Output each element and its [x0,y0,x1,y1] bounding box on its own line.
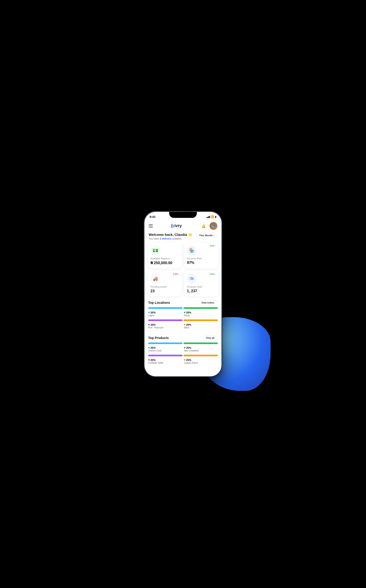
signal-icon [206,216,210,218]
product-item-foldable: 25% Foldable Table [148,359,182,364]
product-labels-row-2: 25% Foldable Table 25% Laptop Stand [148,359,218,364]
oraimo-bar [148,342,183,344]
product-item-nike: 25% Nike Sneakers [184,346,218,352]
location-item-portharcourt: 25% Port - Harcourt [148,323,182,329]
nike-name: Nike Sneakers [184,350,218,352]
location-bars-row-1 [148,307,218,309]
products-sold-badge: 3.3% ↑ [209,273,216,275]
locations-section: 25% Lagos 25% Abuja [145,307,221,334]
nike-bar [183,342,218,344]
top-locations-title: Top Locations [148,301,170,305]
delivery-link[interactable]: 2 delivery [160,237,172,240]
products-sold-label: Products Sold [187,285,215,288]
location-bars-row-2 [148,320,218,321]
logo-text: ivry [175,223,182,228]
view-all-button[interactable]: View all [202,335,218,341]
balance-label: Available Balance [151,257,179,260]
location-labels-row-2: 25% Port - Harcourt 25% Warri [148,323,218,329]
top-products-header: Top Products View all [145,334,221,342]
product-item-oraimo: 25% Oraimo Cord [148,346,182,352]
top-products-title: Top Products [148,336,169,340]
pending-badge: 2.4% ↓ [173,273,180,275]
laptop-bar [183,355,218,356]
success-rate-icon-wrap: 🏪 [187,246,197,255]
status-time: 9:41 [150,215,156,219]
product-item-laptop: 25% Laptop Stand [184,359,218,364]
oraimo-name: Oraimo Cord [148,350,182,352]
laptop-name: Laptop Stand [184,362,218,364]
product-bars-row-2 [148,355,218,356]
menu-line-3 [149,227,153,228]
products-sold-icon-wrap: 🛍 [187,274,197,283]
bag-icon: 🛍 [190,276,194,281]
stat-card-pending: 2.4% ↓ 🚚 Pending orders 23 [148,271,182,296]
welcome-left: Welcome back, Claudia 🌟 You have 2 deliv… [149,233,192,240]
portharcourt-dot [148,324,150,325]
pending-value: 23 [151,289,179,293]
balance-value: ₦ 250,000.00 [151,261,179,265]
view-orders-button[interactable]: View orders [198,300,218,305]
app-header: b ivry 🔔 🧢 [145,220,221,231]
location-item-abuja: 25% Abuja [184,311,218,317]
oraimo-dot [148,347,150,349]
balance-icon-wrap: 💵 [151,246,160,255]
nike-dot [184,347,185,349]
header-actions: 🔔 🧢 [200,222,217,230]
stat-card-products-sold: 3.3% ↑ 🛍 Products Sold 1, 237 [184,271,218,296]
lagos-name: Lagos [148,314,182,317]
app-logo: b ivry [171,223,182,229]
notification-button[interactable]: 🔔 [200,222,208,230]
phone-device: 9:41 📶 ▮ [144,211,222,377]
welcome-title: Welcome back, Claudia 🌟 [149,233,192,237]
warri-name: Warri [184,326,218,329]
store-icon: 🏪 [189,248,194,253]
logo-b-letter: b [171,223,174,229]
phone-screen: 9:41 📶 ▮ [145,212,221,376]
delivery-icon: 🚚 [153,276,158,281]
product-bars-row-1 [148,342,218,344]
success-rate-badge: 3.3% ↑ [209,245,216,247]
menu-line-2 [149,226,153,226]
this-month-button[interactable]: This Month › [196,233,217,238]
success-rate-label: Success Rate [187,257,215,260]
stat-card-success-rate: 3.3% ↑ 🏪 Success Rate 97% [184,242,218,268]
phone-notch [169,212,197,218]
phone-wrapper: 9:41 📶 ▮ [123,179,243,409]
chevron-right-icon: › [214,234,214,237]
bell-icon: 🔔 [202,224,206,228]
location-item-warri: 25% Warri [184,323,218,329]
foldable-bar [148,355,183,356]
top-locations-header: Top Locations View orders [145,299,221,307]
menu-line-1 [149,224,153,225]
foldable-name: Foldable Table [148,362,182,364]
location-item-lagos: 25% Lagos [148,311,182,317]
products-section: 25% Oraimo Cord 25% Nike Sneakers [145,342,221,372]
portharcourt-bar [148,320,183,321]
abuja-bar [183,307,218,309]
avatar-image: 🧢 [209,222,217,230]
user-avatar[interactable]: 🧢 [209,222,217,230]
laptop-dot [184,359,185,361]
battery-icon: ▮ [215,215,216,218]
lagos-bar [148,307,183,309]
abuja-dot [184,312,185,313]
success-rate-value: 97% [187,261,215,265]
stat-card-balance: 💵 Available Balance ₦ 250,000.00 [148,242,182,268]
pending-icon-wrap: 🚚 [151,274,160,283]
foldable-dot [148,359,150,361]
product-labels-row-1: 25% Oraimo Cord 25% Nike Sneakers [148,346,218,352]
products-sold-value: 1, 237 [187,289,215,293]
abuja-name: Abuja [184,314,218,317]
money-icon: 💵 [152,248,158,253]
menu-button[interactable] [149,224,153,228]
stats-grid: 💵 Available Balance ₦ 250,000.00 3.3% ↑ … [145,242,221,299]
wifi-icon: 📶 [211,215,214,218]
welcome-section: Welcome back, Claudia 🌟 You have 2 deliv… [145,231,221,242]
phone-content[interactable]: b ivry 🔔 🧢 [145,220,221,376]
portharcourt-name: Port - Harcourt [148,326,182,329]
lagos-dot [148,312,150,313]
location-labels-row-1: 25% Lagos 25% Abuja [148,311,218,317]
warri-dot [184,324,185,325]
warri-bar [183,320,218,321]
pending-label: Pending orders [151,285,179,288]
